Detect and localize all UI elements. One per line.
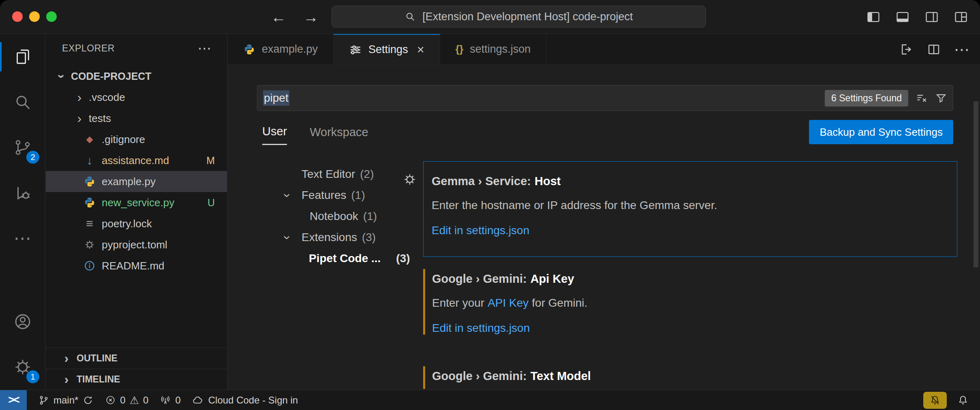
cloud-code-status-item[interactable]: Cloud Code - Sign in — [192, 394, 298, 406]
sidebar-item-vscode-folder[interactable]: › .vscode — [46, 87, 227, 108]
close-tab-icon[interactable]: × — [417, 43, 424, 57]
toc-item-notebook[interactable]: Notebook (1) — [276, 206, 418, 227]
outline-section-header[interactable]: › OUTLINE — [46, 348, 227, 369]
error-count: 0 — [120, 395, 125, 406]
command-center-text: [Extension Development Host] code-projec… — [422, 11, 633, 23]
toc-item-extensions[interactable]: › Extensions (3) — [276, 227, 418, 248]
macos-window-controls — [12, 11, 57, 22]
explorer-more-actions-icon[interactable]: ⋯ — [197, 41, 212, 55]
python-icon — [83, 175, 96, 188]
tab-settings-json[interactable]: {} settings.json — [440, 34, 547, 64]
tab-example-py[interactable]: example.py — [228, 34, 334, 64]
branch-status-item[interactable]: main* — [38, 395, 94, 406]
setting-description: Enter yourAPI Keyfor Gemini. — [432, 296, 957, 310]
git-untracked-badge: U — [208, 197, 215, 209]
setting-google-gemini-text-model[interactable]: Google › Gemini:Text Model — [423, 365, 957, 390]
setting-description: Enter the hostname or IP address for the… — [432, 198, 947, 213]
setting-gemma-service-host[interactable]: Gemma › Service:Host Enter the hostname … — [423, 161, 957, 257]
sidebar-item-assistance-md[interactable]: ↓ assistance.md M — [46, 150, 227, 171]
setting-actions-gear-icon[interactable] — [403, 173, 417, 186]
activity-source-control-button[interactable]: 2 — [0, 125, 45, 170]
open-settings-json-icon[interactable] — [899, 42, 914, 57]
settings-found-badge: 6 Settings Found — [825, 90, 908, 107]
split-editor-icon[interactable] — [927, 42, 941, 57]
titlebar: ← → [Extension Development Host] code-pr… — [0, 0, 980, 34]
explorer-tree: › CODE-PROJECT › .vscode › tests ◆ .giti… — [46, 66, 227, 276]
toggle-primary-sidebar-icon[interactable] — [866, 9, 881, 25]
sidebar-item-gitignore[interactable]: ◆ .gitignore — [46, 129, 227, 150]
scrollbar-thumb[interactable] — [974, 101, 978, 267]
notifications-bell-icon[interactable] — [957, 395, 969, 406]
remote-indicator[interactable]: >< — [0, 390, 27, 410]
chevron-right-icon: › — [61, 373, 72, 386]
explorer-root-code-project[interactable]: › CODE-PROJECT — [46, 66, 227, 87]
activity-accounts-button[interactable] — [0, 299, 45, 344]
customize-layout-icon[interactable] — [953, 9, 969, 25]
cloud-icon — [192, 394, 204, 406]
edit-in-settings-json-link[interactable]: Edit in settings.json — [432, 223, 947, 238]
sidebar-item-readme-md[interactable]: README.md — [46, 255, 227, 276]
scope-tab-workspace[interactable]: Workspace — [310, 119, 368, 145]
ports-status-item[interactable]: 0 — [160, 395, 180, 406]
setting-title: Google › Gemini:Text Model — [432, 369, 957, 383]
zoom-window-button[interactable] — [46, 11, 57, 22]
problems-status-item[interactable]: 0 ⚠ 0 — [105, 395, 148, 406]
settings-sliders-icon — [349, 43, 362, 56]
outline-label: OUTLINE — [77, 353, 118, 364]
filter-icon[interactable] — [935, 92, 947, 104]
search-icon — [404, 11, 416, 22]
activity-settings-button[interactable]: 1 — [0, 344, 45, 390]
toc-item-pipet-code[interactable]: Pipet Code ... (3) — [276, 248, 418, 269]
status-bar: >< main* 0 ⚠ 0 0 — [0, 390, 980, 410]
tab-settings[interactable]: Settings × — [334, 34, 440, 64]
timeline-label: TIMELINE — [77, 374, 120, 385]
settings-editor: pipet 6 Settings Found User Workspace Ba… — [228, 65, 980, 390]
editor-tab-bar: example.py Settings × {} settings.json — [228, 34, 980, 65]
chevron-right-icon: › — [74, 91, 85, 104]
settings-search-input[interactable]: pipet 6 Settings Found — [257, 85, 953, 111]
clear-search-filters-icon[interactable] — [916, 92, 928, 104]
activity-explorer-button[interactable] — [0, 34, 45, 79]
sidebar-item-pyproject-toml[interactable]: pyproject.toml — [46, 234, 227, 255]
scope-tab-user[interactable]: User — [262, 119, 287, 145]
timeline-section-header[interactable]: › TIMELINE — [46, 369, 227, 390]
git-modified-badge: M — [206, 155, 215, 167]
edit-in-settings-json-link[interactable]: Edit in settings.json — [432, 321, 957, 335]
activity-run-debug-button[interactable] — [0, 170, 45, 216]
sidebar-item-new-service-py[interactable]: new_service.py U — [46, 192, 227, 213]
forward-button[interactable]: → — [303, 9, 319, 26]
setting-google-gemini-api-key[interactable]: Google › Gemini:Api Key Enter yourAPI Ke… — [423, 268, 957, 335]
toc-item-features[interactable]: › Features (1) — [276, 185, 418, 206]
account-icon — [13, 312, 32, 331]
item-label: poetry.lock — [102, 218, 152, 230]
backup-sync-settings-button[interactable]: Backup and Sync Settings — [809, 120, 953, 144]
activity-search-button[interactable] — [0, 79, 45, 125]
back-button[interactable]: ← — [271, 9, 286, 26]
sidebar-item-poetry-lock[interactable]: ≡ poetry.lock — [46, 213, 227, 234]
settings-toc: Text Editor (2) › Features (1) Notebook … — [276, 164, 418, 269]
item-label: example.py — [102, 175, 156, 188]
radio-tower-icon — [160, 395, 171, 406]
toc-item-text-editor[interactable]: Text Editor (2) — [276, 164, 418, 185]
activity-bar-spacer — [0, 261, 45, 299]
python-icon — [83, 196, 96, 209]
minimize-window-button[interactable] — [29, 11, 40, 22]
chevron-down-icon: › — [281, 190, 294, 201]
toggle-secondary-sidebar-icon[interactable] — [924, 9, 939, 25]
sidebar-item-example-py[interactable]: example.py — [46, 171, 227, 192]
tab-label: settings.json — [470, 43, 531, 56]
do-not-disturb-indicator[interactable] — [923, 392, 947, 409]
command-center[interactable]: [Extension Development Host] code-projec… — [332, 6, 706, 28]
git-icon: ◆ — [83, 134, 96, 145]
sidebar-item-tests-folder[interactable]: › tests — [46, 108, 227, 129]
item-label: new_service.py — [102, 196, 174, 209]
lock-file-icon: ≡ — [83, 217, 96, 231]
api-key-link[interactable]: API Key — [488, 297, 529, 309]
more-actions-icon[interactable]: ⋯ — [954, 42, 969, 57]
warning-count: 0 — [143, 395, 148, 406]
toggle-panel-icon[interactable] — [895, 9, 910, 25]
activity-more-button[interactable]: ⋯ — [0, 216, 45, 261]
close-window-button[interactable] — [12, 11, 23, 22]
item-label: .vscode — [89, 91, 125, 104]
item-label: tests — [89, 112, 111, 125]
